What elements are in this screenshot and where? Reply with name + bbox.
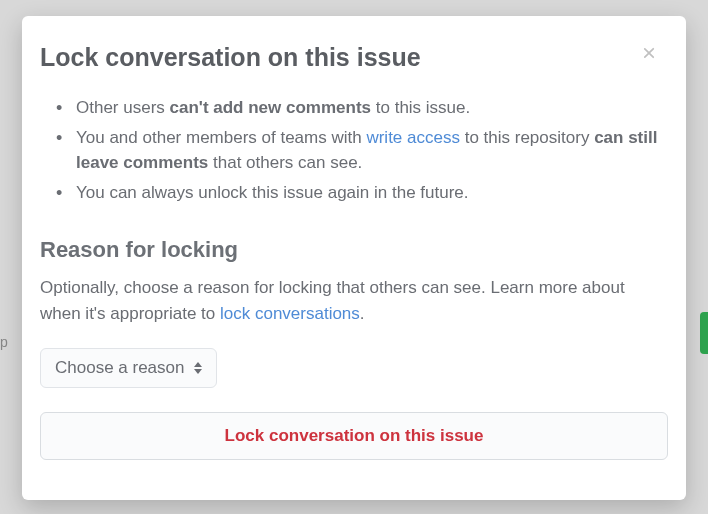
reason-description: Optionally, choose a reason for locking …: [40, 275, 668, 326]
list-item: You and other members of teams with writ…: [76, 125, 668, 176]
list-item: You can always unlock this issue again i…: [76, 180, 668, 206]
dialog-header: Lock conversation on this issue: [40, 42, 668, 73]
consequences-list: Other users can't add new comments to th…: [40, 95, 668, 209]
reason-select-label: Choose a reason: [55, 358, 184, 378]
write-access-link[interactable]: write access: [366, 128, 460, 147]
list-item: Other users can't add new comments to th…: [76, 95, 668, 121]
background-green-button-edge: [700, 312, 708, 354]
reason-heading: Reason for locking: [40, 237, 668, 263]
lock-conversation-dialog: Lock conversation on this issue Other us…: [22, 16, 686, 500]
lock-conversations-link[interactable]: lock conversations: [220, 304, 360, 323]
sort-icon: [194, 362, 202, 374]
close-icon: [640, 44, 658, 62]
background-fragment: p: [0, 334, 8, 350]
lock-conversation-button[interactable]: Lock conversation on this issue: [40, 412, 668, 460]
dialog-title: Lock conversation on this issue: [40, 42, 421, 73]
reason-select[interactable]: Choose a reason: [40, 348, 217, 388]
close-button[interactable]: [636, 40, 662, 70]
